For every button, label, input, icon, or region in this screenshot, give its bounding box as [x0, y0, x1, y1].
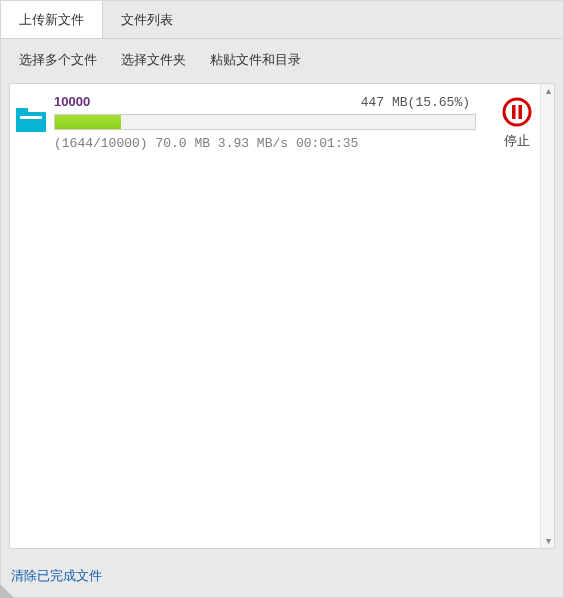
footer: 清除已完成文件: [1, 557, 563, 597]
vertical-scrollbar[interactable]: ▴ ▾: [540, 84, 554, 548]
clear-completed-link[interactable]: 清除已完成文件: [11, 568, 102, 583]
tabs: 上传新文件 文件列表: [1, 1, 563, 39]
progress-bar-fill: [55, 115, 121, 129]
upload-list: 10000 447 MB(15.65%) (1644/10000) 70.0 M…: [9, 83, 555, 549]
select-multiple-files-button[interactable]: 选择多个文件: [19, 51, 97, 69]
paste-files-button[interactable]: 粘贴文件和目录: [210, 51, 301, 69]
upload-size-info: 447 MB(15.65%): [361, 95, 470, 110]
upload-item-name: 10000: [54, 94, 90, 109]
toolbar: 选择多个文件 选择文件夹 粘贴文件和目录: [1, 39, 563, 83]
select-folder-button[interactable]: 选择文件夹: [121, 51, 186, 69]
stop-label: 停止: [504, 132, 530, 150]
upload-item: 10000 447 MB(15.65%) (1644/10000) 70.0 M…: [10, 84, 554, 155]
progress-bar-track: [54, 114, 476, 130]
pause-icon[interactable]: [501, 96, 533, 128]
svg-rect-2: [519, 105, 523, 119]
tab-file-list[interactable]: 文件列表: [103, 1, 191, 38]
scroll-up-icon[interactable]: ▴: [541, 84, 555, 98]
scroll-down-icon[interactable]: ▾: [541, 534, 555, 548]
resize-handle-icon[interactable]: [0, 584, 14, 598]
tab-upload-new[interactable]: 上传新文件: [1, 1, 103, 38]
upload-stats: (1644/10000) 70.0 MB 3.93 MB/s 00:01:35: [54, 136, 476, 151]
svg-point-0: [504, 99, 530, 125]
folder-icon: [16, 108, 46, 132]
svg-rect-1: [512, 105, 516, 119]
